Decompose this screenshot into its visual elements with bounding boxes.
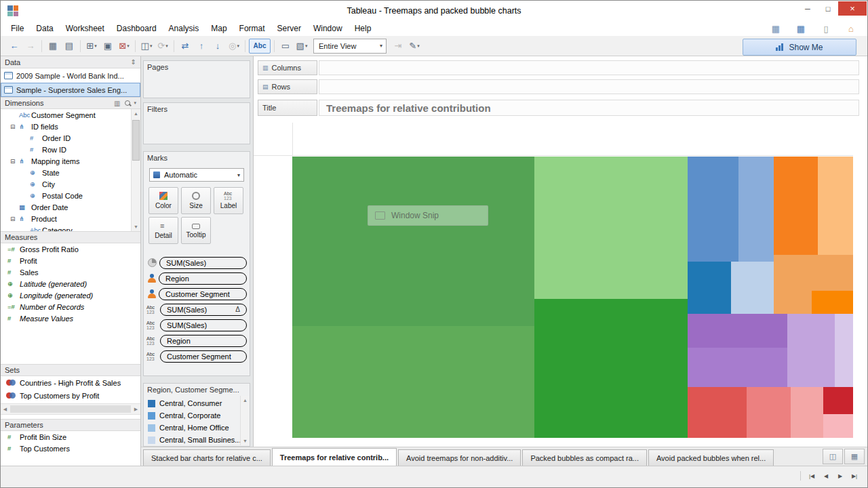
data-panel-hscrollbar[interactable]: ◀ ▶: [1, 403, 140, 415]
treemap-rect[interactable]: [688, 262, 731, 314]
sheet-title-area[interactable]: Treemaps for relative contribution: [319, 100, 859, 116]
dimension-field[interactable]: ⊕ Postal Code: [1, 190, 132, 201]
legend-item[interactable]: Central, Consumer: [145, 397, 240, 409]
member-group-icon[interactable]: ◎▾: [226, 39, 241, 54]
set-field[interactable]: Countries - High Profit & Sales: [1, 376, 140, 389]
previous-sheet-icon[interactable]: ◀: [820, 470, 832, 481]
treemap-rect[interactable]: [774, 157, 818, 255]
scroll-up-icon[interactable]: ▲: [241, 396, 250, 405]
dimension-field[interactable]: ⊟ ⋔ Product: [1, 213, 132, 224]
treemap-rect[interactable]: [747, 387, 791, 438]
menu-item[interactable]: Server: [271, 21, 307, 36]
measure-field[interactable]: =# Number of Records: [1, 301, 140, 312]
presentation-mode-icon[interactable]: ▭▾: [278, 39, 293, 54]
treemap-rect[interactable]: [292, 157, 534, 326]
mark-type-select[interactable]: Automatic ▾: [149, 168, 244, 182]
treemap-rect[interactable]: [823, 387, 853, 414]
save-icon[interactable]: ▦▾: [45, 39, 60, 54]
measure-field[interactable]: # Measure Values: [1, 312, 140, 324]
field-pill[interactable]: SUM(Sales): [159, 257, 247, 269]
treemap-rect[interactable]: [818, 157, 853, 255]
parameter-field[interactable]: # Profit Bin Size: [1, 431, 140, 443]
group-icon[interactable]: ◫▾: [139, 39, 154, 54]
treemap-rect[interactable]: [688, 314, 787, 348]
scroll-down-icon[interactable]: ▼: [241, 436, 250, 445]
treemap-rect[interactable]: [534, 157, 688, 299]
field-pill[interactable]: Region: [160, 335, 247, 347]
highlight-icon[interactable]: ✎▾: [407, 39, 422, 54]
view-as-list-icon[interactable]: ▥: [114, 100, 120, 107]
expander-icon[interactable]: ⊟: [10, 216, 19, 222]
field-pill[interactable]: Region: [159, 272, 247, 285]
new-worksheet-icon[interactable]: ⊞▾: [84, 39, 99, 54]
show-cards-icon[interactable]: ▦: [768, 23, 784, 34]
dimension-field[interactable]: Abc Category: [1, 224, 132, 231]
refresh-icon[interactable]: ⟳▾: [155, 39, 170, 54]
sheet-tab[interactable]: Treemaps for relative contrib...: [272, 448, 397, 466]
close-button[interactable]: ×: [838, 1, 867, 16]
sheet-tab[interactable]: Avoid treemaps for non-additiv...: [398, 449, 521, 466]
data-source-row[interactable]: 2009 Sample - World Bank Ind...: [1, 68, 140, 83]
show-me-button[interactable]: Show Me: [743, 39, 856, 56]
field-pill[interactable]: SUM(Sales)Δ: [160, 304, 247, 316]
mark-shelf-button[interactable]: Tooltip: [181, 217, 211, 244]
menu-item[interactable]: Data: [30, 21, 59, 36]
duplicate-sheet-icon[interactable]: ▣▾: [100, 39, 115, 54]
sheet-tab[interactable]: Avoid packed bubbles when rel...: [648, 449, 774, 466]
dimension-field[interactable]: ⊕ City: [1, 178, 132, 190]
menu-item[interactable]: Map: [205, 21, 233, 36]
dimension-field[interactable]: Abc Customer Segment: [1, 109, 132, 121]
scrollbar-thumb[interactable]: [132, 120, 140, 161]
mark-shelf-button[interactable]: Size: [181, 187, 211, 214]
treemap-rect[interactable]: [688, 387, 747, 438]
dimension-field[interactable]: ▦ Order Date: [1, 201, 132, 213]
toolbar-separator[interactable]: ▾: [274, 40, 275, 52]
treemap-rect[interactable]: [292, 326, 534, 438]
show-sheet-sorter-icon[interactable]: ▦: [844, 449, 865, 464]
menu-item[interactable]: File: [5, 21, 30, 36]
first-sheet-icon[interactable]: |◀: [806, 470, 818, 481]
sheet-tab[interactable]: Stacked bar charts for relative c...: [143, 449, 271, 466]
menu-item[interactable]: Worksheet: [60, 21, 111, 36]
menu-item[interactable]: Help: [349, 21, 378, 36]
rows-shelf-dropzone[interactable]: [319, 79, 859, 94]
sheet-tab[interactable]: Packed bubbles as compact ra...: [522, 449, 647, 466]
scroll-up-icon[interactable]: ▲: [132, 109, 140, 118]
scroll-right-icon[interactable]: ▶: [132, 404, 140, 414]
treemap-rect[interactable]: [823, 414, 853, 438]
dimensions-scrollbar[interactable]: ▲ ▼: [131, 109, 140, 231]
scrollbar-thumb[interactable]: [10, 405, 131, 413]
clear-sheet-icon[interactable]: ⊠▾: [117, 39, 132, 54]
scroll-left-icon[interactable]: ◀: [1, 404, 9, 414]
treemap-rect[interactable]: [835, 314, 853, 387]
treemap-rect[interactable]: [731, 262, 774, 314]
fit-axes-icon[interactable]: ▧▾: [294, 39, 309, 54]
measure-field[interactable]: =# Gross Profit Ratio: [1, 243, 140, 255]
toolbar-separator[interactable]: ▾: [174, 40, 174, 52]
dimension-field[interactable]: # Row ID: [1, 144, 132, 155]
columns-shelf-dropzone[interactable]: [319, 60, 859, 75]
mark-shelf-button[interactable]: Label: [214, 187, 243, 214]
fit-select[interactable]: Entire View ▾: [313, 39, 387, 54]
treemap-rect[interactable]: [812, 291, 853, 314]
field-pill[interactable]: Customer Segment: [159, 288, 247, 300]
legend-item[interactable]: Central, Small Busines...: [145, 434, 240, 445]
show-panel-icon[interactable]: ▯: [818, 23, 834, 34]
legend-item[interactable]: Central, Corporate: [145, 409, 240, 422]
back-icon[interactable]: ←▾: [7, 39, 22, 54]
treemap-rect[interactable]: [688, 157, 738, 262]
forward-icon[interactable]: →▾: [23, 39, 38, 54]
find-field-icon[interactable]: [125, 100, 131, 106]
treemap-rect[interactable]: [534, 299, 688, 438]
sort-ascending-icon[interactable]: ↑▾: [194, 39, 209, 54]
fix-axes-icon[interactable]: ⇥▾: [391, 39, 406, 54]
menu-item[interactable]: Dashboard: [111, 21, 163, 36]
dimension-field[interactable]: ⊕ State: [1, 167, 132, 178]
mark-shelf-button[interactable]: Detail: [149, 217, 178, 244]
home-icon[interactable]: ⌂: [843, 23, 859, 34]
show-mark-labels-toggle[interactable]: Abc▾: [249, 39, 271, 54]
set-field[interactable]: Top Customers by Profit: [1, 389, 140, 402]
parameter-field[interactable]: # Top Customers: [1, 443, 140, 454]
toolbar-separator[interactable]: ▾: [80, 40, 81, 52]
dimension-field[interactable]: # Order ID: [1, 132, 132, 144]
